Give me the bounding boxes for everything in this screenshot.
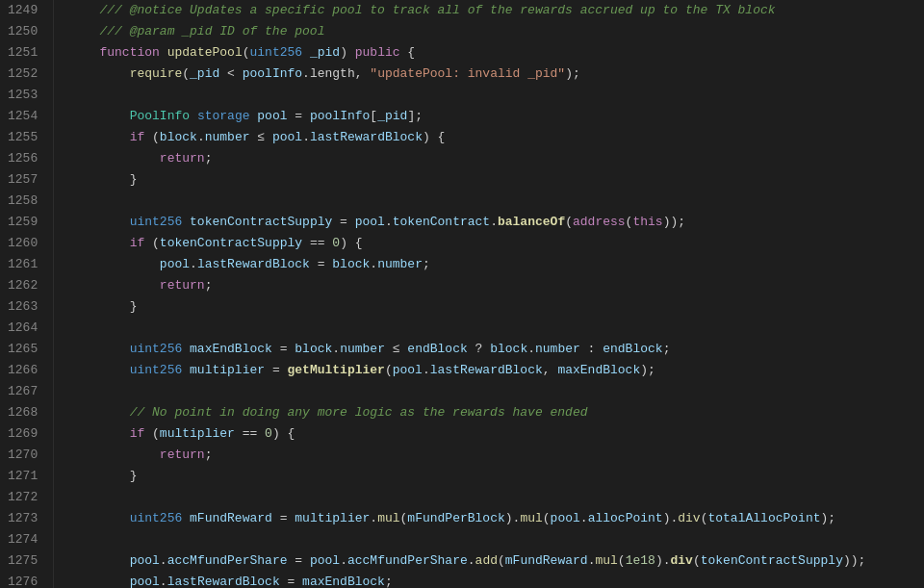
line-number-1273: 1273 [8, 508, 38, 529]
line-number-1267: 1267 [8, 381, 38, 402]
line-number-1266: 1266 [8, 360, 38, 381]
code-line-1264 [69, 318, 924, 339]
code-editor: 1249125012511252125312541255125612571258… [0, 0, 924, 588]
code-line-1256: return; [69, 148, 924, 169]
code-line-1255: if (block.number ≤ pool.lastRewardBlock)… [69, 127, 924, 148]
code-line-1260: if (tokenContractSupply == 0) { [69, 233, 924, 254]
code-line-1251: function updatePool(uint256 _pid) public… [69, 42, 924, 64]
line-number-1268: 1268 [8, 402, 38, 423]
line-number-1263: 1263 [8, 296, 38, 318]
line-number-1274: 1274 [8, 529, 38, 550]
code-line-1266: uint256 multiplier = getMultiplier(pool.… [69, 360, 924, 381]
line-number-1259: 1259 [8, 212, 38, 233]
line-number-1270: 1270 [8, 445, 38, 466]
code-line-1252: require(_pid < poolInfo.length, "updateP… [69, 64, 924, 85]
code-line-1267 [69, 381, 924, 402]
code-line-1265: uint256 maxEndBlock = block.number ≤ end… [69, 339, 924, 360]
line-number-1253: 1253 [8, 85, 38, 106]
line-number-1260: 1260 [8, 233, 38, 254]
code-line-1275: pool.accMfundPerShare = pool.accMfundPer… [69, 550, 924, 572]
code-line-1268: // No point in doing any more logic as t… [69, 402, 924, 423]
code-line-1272 [69, 487, 924, 508]
line-number-1269: 1269 [8, 423, 38, 445]
code-line-1270: return; [69, 445, 924, 466]
line-number-1252: 1252 [8, 64, 38, 85]
code-line-1271: } [69, 466, 924, 487]
line-numbers: 1249125012511252125312541255125612571258… [0, 0, 54, 588]
code-line-1262: return; [69, 275, 924, 296]
code-line-1257: } [69, 169, 924, 191]
code-line-1261: pool.lastRewardBlock = block.number; [69, 254, 924, 275]
code-line-1259: uint256 tokenContractSupply = pool.token… [69, 212, 924, 233]
line-number-1256: 1256 [8, 148, 38, 169]
code-line-1276: pool.lastRewardBlock = maxEndBlock; [69, 572, 924, 588]
line-number-1262: 1262 [8, 275, 38, 296]
line-number-1276: 1276 [8, 572, 38, 588]
code-line-1254: PoolInfo storage pool = poolInfo[_pid]; [69, 106, 924, 127]
line-number-1264: 1264 [8, 318, 38, 339]
code-content[interactable]: /// @notice Updates a specific pool to t… [54, 0, 924, 588]
code-line-1258 [69, 191, 924, 212]
code-line-1249: /// @notice Updates a specific pool to t… [69, 0, 924, 21]
line-number-1265: 1265 [8, 339, 38, 360]
line-number-1255: 1255 [8, 127, 38, 148]
line-number-1251: 1251 [8, 42, 38, 64]
line-number-1257: 1257 [8, 169, 38, 191]
line-number-1258: 1258 [8, 191, 38, 212]
code-line-1269: if (multiplier == 0) { [69, 423, 924, 445]
line-number-1272: 1272 [8, 487, 38, 508]
line-number-1250: 1250 [8, 21, 38, 42]
line-number-1261: 1261 [8, 254, 38, 275]
line-number-1271: 1271 [8, 466, 38, 487]
code-line-1273: uint256 mFundReward = multiplier.mul(mFu… [69, 508, 924, 529]
line-number-1249: 1249 [8, 0, 38, 21]
line-number-1275: 1275 [8, 550, 38, 572]
line-number-1254: 1254 [8, 106, 38, 127]
code-line-1253 [69, 85, 924, 106]
code-line-1263: } [69, 296, 924, 318]
code-line-1250: /// @param _pid ID of the pool [69, 21, 924, 42]
code-line-1274 [69, 529, 924, 550]
